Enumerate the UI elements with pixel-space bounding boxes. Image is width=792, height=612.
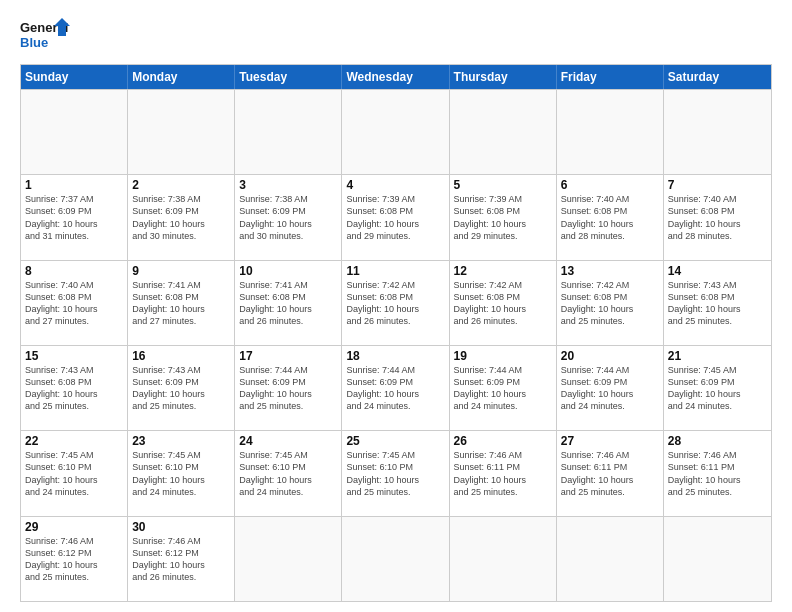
day-info: Sunrise: 7:39 AMSunset: 6:08 PMDaylight:… bbox=[454, 193, 552, 242]
day-info: Sunrise: 7:37 AMSunset: 6:09 PMDaylight:… bbox=[25, 193, 123, 242]
day-number: 17 bbox=[239, 349, 337, 363]
day-number: 22 bbox=[25, 434, 123, 448]
day-number: 24 bbox=[239, 434, 337, 448]
day-number: 26 bbox=[454, 434, 552, 448]
day-number: 27 bbox=[561, 434, 659, 448]
day-info: Sunrise: 7:40 AMSunset: 6:08 PMDaylight:… bbox=[561, 193, 659, 242]
calendar-cell bbox=[342, 517, 449, 601]
calendar-cell: 13Sunrise: 7:42 AMSunset: 6:08 PMDayligh… bbox=[557, 261, 664, 345]
day-number: 23 bbox=[132, 434, 230, 448]
calendar-cell: 3Sunrise: 7:38 AMSunset: 6:09 PMDaylight… bbox=[235, 175, 342, 259]
svg-text:Blue: Blue bbox=[20, 35, 48, 50]
day-info: Sunrise: 7:46 AMSunset: 6:11 PMDaylight:… bbox=[561, 449, 659, 498]
day-number: 18 bbox=[346, 349, 444, 363]
day-number: 29 bbox=[25, 520, 123, 534]
calendar-row: 29Sunrise: 7:46 AMSunset: 6:12 PMDayligh… bbox=[21, 516, 771, 601]
logo-svg: General Blue bbox=[20, 16, 70, 56]
day-of-week-header: Friday bbox=[557, 65, 664, 89]
calendar-cell: 22Sunrise: 7:45 AMSunset: 6:10 PMDayligh… bbox=[21, 431, 128, 515]
day-info: Sunrise: 7:43 AMSunset: 6:09 PMDaylight:… bbox=[132, 364, 230, 413]
calendar-cell: 9Sunrise: 7:41 AMSunset: 6:08 PMDaylight… bbox=[128, 261, 235, 345]
day-info: Sunrise: 7:45 AMSunset: 6:10 PMDaylight:… bbox=[346, 449, 444, 498]
calendar-cell: 27Sunrise: 7:46 AMSunset: 6:11 PMDayligh… bbox=[557, 431, 664, 515]
day-info: Sunrise: 7:41 AMSunset: 6:08 PMDaylight:… bbox=[239, 279, 337, 328]
calendar-cell: 20Sunrise: 7:44 AMSunset: 6:09 PMDayligh… bbox=[557, 346, 664, 430]
day-number: 16 bbox=[132, 349, 230, 363]
calendar-cell: 10Sunrise: 7:41 AMSunset: 6:08 PMDayligh… bbox=[235, 261, 342, 345]
calendar-row bbox=[21, 89, 771, 174]
calendar-cell: 28Sunrise: 7:46 AMSunset: 6:11 PMDayligh… bbox=[664, 431, 771, 515]
calendar-cell bbox=[557, 90, 664, 174]
calendar-cell bbox=[21, 90, 128, 174]
day-number: 7 bbox=[668, 178, 767, 192]
day-info: Sunrise: 7:43 AMSunset: 6:08 PMDaylight:… bbox=[25, 364, 123, 413]
day-number: 9 bbox=[132, 264, 230, 278]
calendar-cell: 2Sunrise: 7:38 AMSunset: 6:09 PMDaylight… bbox=[128, 175, 235, 259]
day-of-week-header: Tuesday bbox=[235, 65, 342, 89]
day-info: Sunrise: 7:46 AMSunset: 6:12 PMDaylight:… bbox=[132, 535, 230, 584]
day-number: 4 bbox=[346, 178, 444, 192]
day-info: Sunrise: 7:38 AMSunset: 6:09 PMDaylight:… bbox=[132, 193, 230, 242]
day-of-week-header: Sunday bbox=[21, 65, 128, 89]
day-info: Sunrise: 7:43 AMSunset: 6:08 PMDaylight:… bbox=[668, 279, 767, 328]
day-info: Sunrise: 7:46 AMSunset: 6:11 PMDaylight:… bbox=[454, 449, 552, 498]
day-info: Sunrise: 7:41 AMSunset: 6:08 PMDaylight:… bbox=[132, 279, 230, 328]
day-number: 21 bbox=[668, 349, 767, 363]
day-info: Sunrise: 7:39 AMSunset: 6:08 PMDaylight:… bbox=[346, 193, 444, 242]
calendar-cell: 24Sunrise: 7:45 AMSunset: 6:10 PMDayligh… bbox=[235, 431, 342, 515]
calendar-row: 1Sunrise: 7:37 AMSunset: 6:09 PMDaylight… bbox=[21, 174, 771, 259]
logo: General Blue bbox=[20, 16, 70, 56]
day-number: 30 bbox=[132, 520, 230, 534]
day-info: Sunrise: 7:44 AMSunset: 6:09 PMDaylight:… bbox=[561, 364, 659, 413]
day-number: 5 bbox=[454, 178, 552, 192]
calendar-cell: 8Sunrise: 7:40 AMSunset: 6:08 PMDaylight… bbox=[21, 261, 128, 345]
day-info: Sunrise: 7:42 AMSunset: 6:08 PMDaylight:… bbox=[454, 279, 552, 328]
calendar-cell bbox=[235, 517, 342, 601]
day-of-week-header: Thursday bbox=[450, 65, 557, 89]
calendar-cell: 29Sunrise: 7:46 AMSunset: 6:12 PMDayligh… bbox=[21, 517, 128, 601]
day-info: Sunrise: 7:46 AMSunset: 6:11 PMDaylight:… bbox=[668, 449, 767, 498]
day-info: Sunrise: 7:40 AMSunset: 6:08 PMDaylight:… bbox=[668, 193, 767, 242]
day-number: 8 bbox=[25, 264, 123, 278]
calendar-header: SundayMondayTuesdayWednesdayThursdayFrid… bbox=[21, 65, 771, 89]
calendar-grid: SundayMondayTuesdayWednesdayThursdayFrid… bbox=[20, 64, 772, 602]
calendar-cell: 19Sunrise: 7:44 AMSunset: 6:09 PMDayligh… bbox=[450, 346, 557, 430]
day-number: 25 bbox=[346, 434, 444, 448]
day-number: 28 bbox=[668, 434, 767, 448]
day-of-week-header: Wednesday bbox=[342, 65, 449, 89]
calendar-cell bbox=[450, 517, 557, 601]
calendar-cell: 11Sunrise: 7:42 AMSunset: 6:08 PMDayligh… bbox=[342, 261, 449, 345]
day-number: 20 bbox=[561, 349, 659, 363]
calendar-cell: 7Sunrise: 7:40 AMSunset: 6:08 PMDaylight… bbox=[664, 175, 771, 259]
calendar-cell bbox=[235, 90, 342, 174]
calendar-cell: 15Sunrise: 7:43 AMSunset: 6:08 PMDayligh… bbox=[21, 346, 128, 430]
calendar-cell: 25Sunrise: 7:45 AMSunset: 6:10 PMDayligh… bbox=[342, 431, 449, 515]
day-info: Sunrise: 7:42 AMSunset: 6:08 PMDaylight:… bbox=[346, 279, 444, 328]
calendar-row: 22Sunrise: 7:45 AMSunset: 6:10 PMDayligh… bbox=[21, 430, 771, 515]
day-info: Sunrise: 7:46 AMSunset: 6:12 PMDaylight:… bbox=[25, 535, 123, 584]
day-info: Sunrise: 7:45 AMSunset: 6:10 PMDaylight:… bbox=[239, 449, 337, 498]
calendar-cell: 12Sunrise: 7:42 AMSunset: 6:08 PMDayligh… bbox=[450, 261, 557, 345]
calendar-cell: 18Sunrise: 7:44 AMSunset: 6:09 PMDayligh… bbox=[342, 346, 449, 430]
day-number: 14 bbox=[668, 264, 767, 278]
day-info: Sunrise: 7:42 AMSunset: 6:08 PMDaylight:… bbox=[561, 279, 659, 328]
day-info: Sunrise: 7:44 AMSunset: 6:09 PMDaylight:… bbox=[239, 364, 337, 413]
calendar-cell: 23Sunrise: 7:45 AMSunset: 6:10 PMDayligh… bbox=[128, 431, 235, 515]
day-info: Sunrise: 7:45 AMSunset: 6:10 PMDaylight:… bbox=[25, 449, 123, 498]
calendar-cell: 1Sunrise: 7:37 AMSunset: 6:09 PMDaylight… bbox=[21, 175, 128, 259]
calendar-cell: 5Sunrise: 7:39 AMSunset: 6:08 PMDaylight… bbox=[450, 175, 557, 259]
calendar-row: 15Sunrise: 7:43 AMSunset: 6:08 PMDayligh… bbox=[21, 345, 771, 430]
calendar-cell: 26Sunrise: 7:46 AMSunset: 6:11 PMDayligh… bbox=[450, 431, 557, 515]
calendar-cell: 30Sunrise: 7:46 AMSunset: 6:12 PMDayligh… bbox=[128, 517, 235, 601]
day-number: 1 bbox=[25, 178, 123, 192]
day-info: Sunrise: 7:45 AMSunset: 6:10 PMDaylight:… bbox=[132, 449, 230, 498]
calendar-cell bbox=[664, 90, 771, 174]
calendar-cell bbox=[128, 90, 235, 174]
day-info: Sunrise: 7:44 AMSunset: 6:09 PMDaylight:… bbox=[346, 364, 444, 413]
day-number: 10 bbox=[239, 264, 337, 278]
calendar-page: General Blue SundayMondayTuesdayWednesda… bbox=[0, 0, 792, 612]
calendar-cell bbox=[557, 517, 664, 601]
calendar-cell bbox=[342, 90, 449, 174]
calendar-cell: 6Sunrise: 7:40 AMSunset: 6:08 PMDaylight… bbox=[557, 175, 664, 259]
page-header: General Blue bbox=[20, 16, 772, 56]
